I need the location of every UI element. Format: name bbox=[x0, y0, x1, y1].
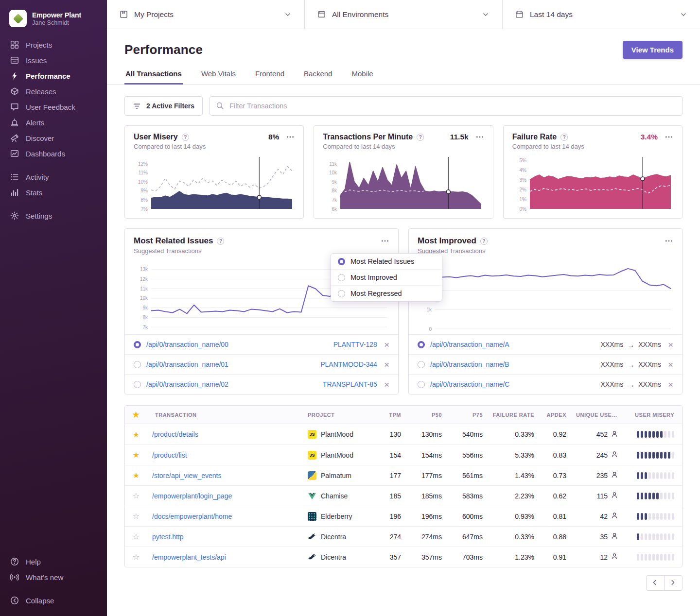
app: Empower Plant Jane Schmidt ProjectsIssue… bbox=[0, 0, 700, 616]
tab-mobile[interactable]: Mobile bbox=[350, 66, 374, 85]
view-trends-button[interactable]: View Trends bbox=[623, 41, 682, 59]
star-toggle[interactable]: ☆ bbox=[133, 532, 140, 541]
star-toggle[interactable]: ☆ bbox=[133, 512, 140, 521]
transaction-link[interactable]: /api/0/transaction_name/00 bbox=[146, 341, 228, 348]
question-icon[interactable]: ? bbox=[217, 238, 224, 245]
transaction-link[interactable]: /store/api_view_events bbox=[152, 472, 221, 479]
transaction-link[interactable]: /api/0/transaction_name/B bbox=[430, 360, 509, 368]
date-range-selector[interactable]: Last 14 days bbox=[502, 0, 700, 29]
svg-text:8k: 8k bbox=[332, 188, 338, 193]
question-icon[interactable]: ? bbox=[182, 134, 189, 141]
star-header-icon[interactable]: ★ bbox=[133, 410, 140, 419]
transaction-link[interactable]: /product/list bbox=[152, 451, 187, 459]
star-toggle[interactable]: ★ bbox=[133, 471, 140, 480]
user-misery-card: User Misery ? 8% Compared to last 14 day… bbox=[124, 125, 304, 219]
transaction-link[interactable]: pytest.http bbox=[152, 533, 184, 541]
transaction-link[interactable]: /docs/empowerplant/home bbox=[152, 513, 232, 520]
question-icon[interactable]: ? bbox=[480, 238, 488, 245]
transaction-radio[interactable] bbox=[418, 381, 425, 388]
star-toggle[interactable]: ☆ bbox=[133, 552, 140, 562]
transaction-radio[interactable] bbox=[418, 361, 425, 368]
tpm-value: 357 bbox=[375, 553, 406, 561]
close-icon[interactable]: × bbox=[384, 380, 389, 389]
environment-selector[interactable]: All Environments bbox=[304, 0, 502, 29]
star-toggle[interactable]: ★ bbox=[133, 430, 140, 439]
sidebar-item-stats[interactable]: Stats bbox=[0, 185, 107, 200]
question-icon[interactable]: ? bbox=[417, 134, 424, 141]
card-subtitle: Compared to last 14 days bbox=[323, 143, 484, 150]
sidebar-item-settings[interactable]: Settings bbox=[0, 208, 107, 223]
ellipsis-menu-icon[interactable] bbox=[381, 237, 389, 245]
menu-radio[interactable] bbox=[338, 290, 345, 297]
sidebar-item-discover[interactable]: Discover bbox=[0, 130, 107, 146]
search-input[interactable] bbox=[210, 96, 682, 116]
ellipsis-menu-icon[interactable] bbox=[286, 133, 295, 141]
sidebar-item-what-s-new[interactable]: What’s new bbox=[0, 569, 107, 585]
menu-radio[interactable] bbox=[338, 274, 345, 281]
menu-item-most-regressed[interactable]: Most Regressed bbox=[331, 285, 442, 301]
close-icon[interactable]: × bbox=[668, 340, 673, 349]
menu-radio[interactable] bbox=[338, 258, 345, 265]
sidebar-item-performance[interactable]: Performance bbox=[0, 68, 107, 84]
sidebar-item-issues[interactable]: Issues bbox=[0, 52, 107, 68]
sidebar-item-dashboards[interactable]: Dashboards bbox=[0, 146, 107, 161]
close-icon[interactable]: × bbox=[668, 380, 673, 389]
svg-text:1%: 1% bbox=[519, 197, 526, 202]
svg-text:11%: 11% bbox=[139, 170, 148, 175]
sidebar-item-releases[interactable]: Releases bbox=[0, 84, 107, 99]
transaction-radio[interactable] bbox=[134, 361, 141, 368]
table-row: ★ /product/list JSPlantMood 154 154ms 55… bbox=[125, 445, 682, 465]
transaction-radio[interactable] bbox=[418, 341, 425, 348]
most-improved-chart: 2k1k0 bbox=[418, 260, 673, 332]
org-switcher[interactable]: Empower Plant Jane Schmidt bbox=[0, 7, 107, 34]
svg-text:11k: 11k bbox=[330, 161, 337, 167]
tab-backend[interactable]: Backend bbox=[303, 66, 333, 85]
transaction-link[interactable]: /empowerplant_tests/api bbox=[152, 553, 226, 561]
active-filters-button[interactable]: 2 Active Filters bbox=[124, 96, 203, 116]
issue-link[interactable]: PLANTMOOD-344 bbox=[320, 360, 377, 368]
p75-value: 556ms bbox=[447, 451, 488, 459]
ellipsis-menu-icon[interactable] bbox=[665, 133, 673, 141]
project-selector[interactable]: My Projects bbox=[107, 0, 304, 29]
transaction-link[interactable]: /api/0/transaction_name/C bbox=[430, 380, 509, 388]
failure-rate-value: 0.33% bbox=[488, 430, 539, 438]
close-icon[interactable]: × bbox=[668, 360, 673, 369]
sidebar-item-projects[interactable]: Projects bbox=[0, 37, 107, 52]
ellipsis-menu-icon[interactable] bbox=[475, 133, 484, 141]
star-toggle[interactable]: ☆ bbox=[133, 491, 140, 500]
sidebar-item-label: Settings bbox=[26, 212, 52, 220]
sidebar-item-label: Dashboards bbox=[26, 150, 65, 158]
menu-item-most-related-issues[interactable]: Most Related Issues bbox=[331, 254, 442, 269]
sidebar-item-alerts[interactable]: Alerts bbox=[0, 115, 107, 130]
menu-item-most-improved[interactable]: Most Improved bbox=[331, 269, 442, 285]
tab-web-vitals[interactable]: Web Vitals bbox=[200, 66, 237, 85]
projects-icon bbox=[10, 40, 19, 49]
tab-all-transactions[interactable]: All Transactions bbox=[124, 66, 183, 85]
sidebar: Empower Plant Jane Schmidt ProjectsIssue… bbox=[0, 0, 107, 616]
close-icon[interactable]: × bbox=[384, 340, 389, 349]
previous-page-button[interactable] bbox=[646, 575, 665, 591]
close-icon[interactable]: × bbox=[384, 360, 389, 369]
issue-link[interactable]: TRANSPLANT-85 bbox=[323, 380, 377, 388]
question-icon[interactable]: ? bbox=[560, 134, 568, 141]
ellipsis-menu-icon[interactable] bbox=[665, 237, 673, 245]
transaction-link[interactable]: /api/0/transaction_name/A bbox=[430, 341, 509, 348]
transaction-radio[interactable] bbox=[134, 341, 141, 348]
sidebar-item-collapse[interactable]: Collapse bbox=[0, 593, 107, 608]
sidebar-item-user-feedback[interactable]: User Feedback bbox=[0, 99, 107, 115]
transaction-link[interactable]: /product/details bbox=[152, 430, 198, 438]
performance-icon bbox=[10, 71, 19, 80]
transaction-link[interactable]: /api/0/transaction_name/02 bbox=[146, 380, 228, 388]
sidebar-item-help[interactable]: Help bbox=[0, 554, 107, 569]
project-name: Palmatum bbox=[321, 472, 351, 479]
tab-frontend[interactable]: Frontend bbox=[254, 66, 285, 85]
sidebar-item-activity[interactable]: Activity bbox=[0, 169, 107, 185]
menu-item-label: Most Related Issues bbox=[350, 257, 414, 265]
user-icon bbox=[611, 492, 618, 500]
next-page-button[interactable] bbox=[664, 575, 682, 591]
transaction-radio[interactable] bbox=[134, 381, 141, 388]
issue-link[interactable]: PLANTTV-128 bbox=[333, 341, 377, 348]
star-toggle[interactable]: ★ bbox=[133, 450, 140, 460]
transaction-link[interactable]: /api/0/transaction_name/01 bbox=[146, 360, 228, 368]
transaction-link[interactable]: /empowerplant/login_page bbox=[152, 492, 232, 500]
